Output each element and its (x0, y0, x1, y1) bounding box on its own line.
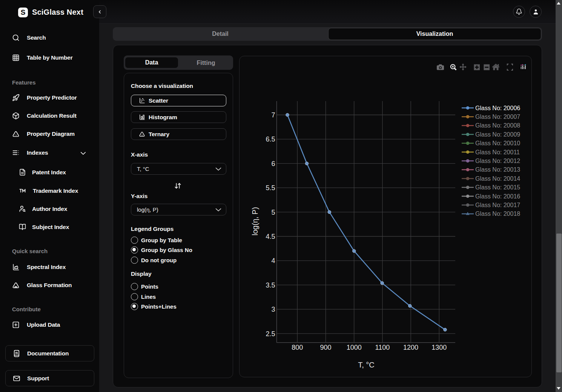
svg-text:6: 6 (271, 160, 275, 168)
svg-text:1000: 1000 (347, 344, 362, 351)
svg-text:3.5: 3.5 (266, 281, 275, 289)
svg-text:Glass No: 20009: Glass No: 20009 (475, 131, 520, 138)
svg-text:Glass No: 20006: Glass No: 20006 (475, 105, 520, 111)
svg-text:Glass No: 20011: Glass No: 20011 (475, 149, 520, 155)
svg-text:Glass No: 20010: Glass No: 20010 (475, 140, 520, 146)
svg-text:Glass No: 20018: Glass No: 20018 (475, 211, 520, 217)
svg-text:7: 7 (271, 111, 275, 119)
svg-text:4.5: 4.5 (266, 233, 275, 240)
svg-text:log(η, P): log(η, P) (251, 207, 259, 236)
svg-text:Glass No: 20007: Glass No: 20007 (475, 114, 520, 120)
svg-text:2.5: 2.5 (266, 330, 275, 338)
svg-text:4: 4 (271, 257, 275, 264)
svg-text:Glass No: 20014: Glass No: 20014 (475, 175, 520, 182)
svg-text:6.5: 6.5 (266, 135, 275, 143)
svg-text:Glass No: 20017: Glass No: 20017 (475, 202, 520, 208)
svg-text:1300: 1300 (431, 344, 447, 351)
svg-text:Glass No: 20008: Glass No: 20008 (475, 122, 520, 129)
svg-text:5: 5 (271, 209, 275, 216)
svg-text:3: 3 (271, 306, 275, 313)
svg-text:5.5: 5.5 (266, 184, 275, 192)
svg-text:T, °C: T, °C (358, 361, 375, 369)
svg-text:1200: 1200 (403, 344, 418, 351)
svg-text:Glass No: 20016: Glass No: 20016 (475, 193, 520, 200)
svg-text:1100: 1100 (375, 344, 390, 351)
svg-text:800: 800 (292, 344, 303, 351)
svg-text:Glass No: 20012: Glass No: 20012 (475, 158, 520, 164)
svg-text:900: 900 (320, 344, 331, 351)
svg-text:Glass No: 20013: Glass No: 20013 (475, 166, 520, 173)
svg-text:Glass No: 20015: Glass No: 20015 (475, 184, 520, 191)
